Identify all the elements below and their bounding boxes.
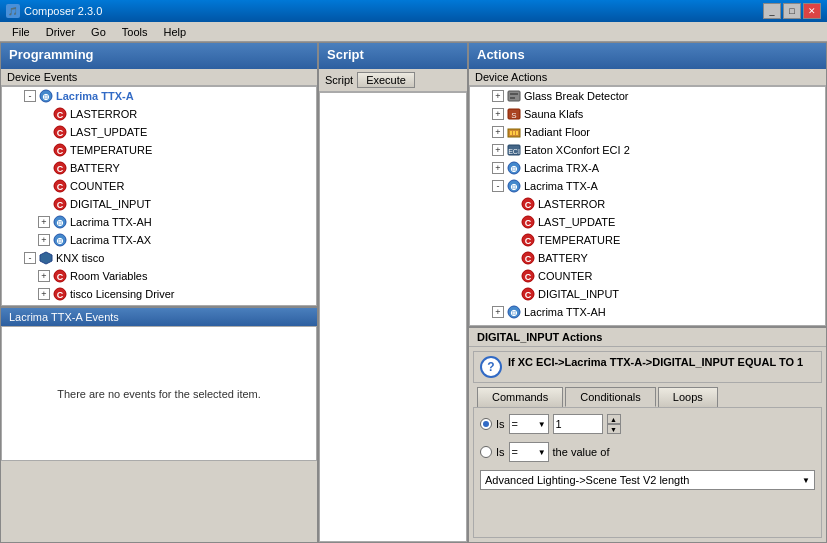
tab-conditionals[interactable]: Conditionals xyxy=(565,387,656,407)
action-tree-item-trx[interactable]: + ⊕ Lacrima TRX-A xyxy=(470,159,825,177)
action-tree-item-lasterror[interactable]: C LASTERROR xyxy=(470,195,825,213)
expand-icon-trx[interactable]: + xyxy=(492,162,504,174)
menu-file[interactable]: File xyxy=(4,24,38,40)
radio-is-2[interactable] xyxy=(480,446,492,458)
tree-item-battery[interactable]: C BATTERY xyxy=(2,159,316,177)
expand-icon-rooms[interactable]: + xyxy=(38,270,50,282)
expand-icon-licensing[interactable]: + xyxy=(38,288,50,300)
expand-icon-ax[interactable]: + xyxy=(38,234,50,246)
tree-item-ttx-ah[interactable]: + ⊕ Lacrima TTX-AH xyxy=(2,213,316,231)
expand-icon-radiant[interactable]: + xyxy=(492,126,504,138)
advanced-lighting-dropdown[interactable]: Advanced Lighting->Scene Test V2 length … xyxy=(480,470,815,490)
radio-is-1[interactable] xyxy=(480,418,492,430)
svg-rect-26 xyxy=(510,93,518,95)
action-tree-item-counter[interactable]: C COUNTER xyxy=(470,267,825,285)
value-dropdown-row: Advanced Lighting->Scene Test V2 length … xyxy=(480,470,815,490)
svg-text:C: C xyxy=(525,290,532,300)
device-icon-gb xyxy=(506,88,522,104)
script-panel: Script Script Execute xyxy=(319,43,469,542)
svg-text:C: C xyxy=(525,272,532,282)
tree-root-node[interactable]: - ⊕ Lacrima TTX-A xyxy=(2,87,316,105)
event-icon-lasterror: C xyxy=(52,106,68,122)
label-a-ttxah: Lacrima TTX-AH xyxy=(524,306,606,318)
event-icon-a-counter: C xyxy=(520,268,536,284)
tree-item-ttx-ax[interactable]: + ⊕ Lacrima TTX-AX xyxy=(2,231,316,249)
actions-tree-container[interactable]: + Glass Break Detector + S Sauna Klafs + xyxy=(469,86,826,326)
maximize-button[interactable]: □ xyxy=(783,3,801,19)
spin-up-1[interactable]: ▲ xyxy=(607,414,621,424)
action-tree-item-eaton[interactable]: + ECI Eaton XConfort ECI 2 xyxy=(470,141,825,159)
menu-help[interactable]: Help xyxy=(155,24,194,40)
script-area[interactable] xyxy=(319,92,467,542)
title-bar-controls[interactable]: _ □ ✕ xyxy=(763,3,821,19)
close-button[interactable]: ✕ xyxy=(803,3,821,19)
expand-icon-a-ttxah[interactable]: + xyxy=(492,306,504,318)
tree-item-rooms[interactable]: + C Room Variables xyxy=(2,267,316,285)
value-input-1[interactable] xyxy=(553,414,603,434)
svg-rect-33 xyxy=(516,131,518,135)
device-icon-a-ttxah: ⊕ xyxy=(506,304,522,320)
operator-dropdown-2[interactable]: = ▼ xyxy=(509,442,549,462)
spin-down-1[interactable]: ▼ xyxy=(607,424,621,434)
action-tree-item-temperature[interactable]: C TEMPERATURE xyxy=(470,231,825,249)
title-bar-left: 🎵 Composer 2.3.0 xyxy=(6,4,102,18)
expand-icon-sauna[interactable]: + xyxy=(492,108,504,120)
expand-icon-knx[interactable]: - xyxy=(24,252,36,264)
event-icon-a-temperature: C xyxy=(520,232,536,248)
tree-item-digitalinput[interactable]: C DIGITAL_INPUT xyxy=(2,195,316,213)
action-tree-item-lastupdate[interactable]: C LAST_UPDATE xyxy=(470,213,825,231)
expand-icon-ah[interactable]: + xyxy=(38,216,50,228)
svg-text:C: C xyxy=(57,110,64,120)
svg-text:C: C xyxy=(57,128,64,138)
value-dropdown-arrow: ▼ xyxy=(802,476,810,485)
dropdown-arrow-2: ▼ xyxy=(538,448,546,457)
svg-text:C: C xyxy=(525,218,532,228)
expand-icon-gb[interactable]: + xyxy=(492,90,504,102)
event-icon-a-lasterror: C xyxy=(520,196,536,212)
label-a-counter: COUNTER xyxy=(538,270,592,282)
tab-loops[interactable]: Loops xyxy=(658,387,718,407)
expand-icon-ttxa[interactable]: - xyxy=(492,180,504,192)
menu-tools[interactable]: Tools xyxy=(114,24,156,40)
expand-icon-eaton[interactable]: + xyxy=(492,144,504,156)
svg-text:⊕: ⊕ xyxy=(42,92,50,102)
label-a-lastupdate: LAST_UPDATE xyxy=(538,216,615,228)
tree-item-licensing[interactable]: + C tisco Licensing Driver xyxy=(2,285,316,303)
svg-text:C: C xyxy=(525,254,532,264)
tree-item-counter[interactable]: C COUNTER xyxy=(2,177,316,195)
label-ttx-ax: Lacrima TTX-AX xyxy=(70,234,151,246)
tree-item-temperature[interactable]: C TEMPERATURE xyxy=(2,141,316,159)
bottom-left-panel: Lacrima TTX-A Events There are no events… xyxy=(1,306,317,461)
menu-driver[interactable]: Driver xyxy=(38,24,83,40)
action-tree-item-digitalinput[interactable]: C DIGITAL_INPUT xyxy=(470,285,825,303)
svg-text:C: C xyxy=(57,164,64,174)
label-is-2: Is xyxy=(496,446,505,458)
event-icon-a-battery: C xyxy=(520,250,536,266)
tab-commands[interactable]: Commands xyxy=(477,387,563,407)
action-tree-item-ttxah[interactable]: + ⊕ Lacrima TTX-AH xyxy=(470,303,825,321)
svg-text:⊕: ⊕ xyxy=(56,218,64,228)
right-panel: Actions Device Actions + Glass Break Det… xyxy=(469,43,826,542)
spin-buttons-1[interactable]: ▲ ▼ xyxy=(607,414,621,434)
tree-item-knxip[interactable]: + C KNX IP Protocol Driver xyxy=(2,303,316,306)
main-container: Programming Device Events - ⊕ Lacrima TT… xyxy=(0,42,827,543)
action-tree-item-battery[interactable]: C BATTERY xyxy=(470,249,825,267)
left-tree-container[interactable]: - ⊕ Lacrima TTX-A C LASTERROR C LAST_UPD… xyxy=(1,86,317,306)
minimize-button[interactable]: _ xyxy=(763,3,781,19)
svg-rect-32 xyxy=(513,131,515,135)
dropdown-arrow-1: ▼ xyxy=(538,420,546,429)
expand-icon-root[interactable]: - xyxy=(24,90,36,102)
action-tree-item-ttxa[interactable]: - ⊕ Lacrima TTX-A xyxy=(470,177,825,195)
action-tree-item-gbdetector[interactable]: + Glass Break Detector xyxy=(470,87,825,105)
action-tree-item-radiant[interactable]: + Radiant Floor xyxy=(470,123,825,141)
svg-text:C: C xyxy=(57,290,64,300)
operator-dropdown-1[interactable]: = ▼ xyxy=(509,414,549,434)
tree-item-lastupdate[interactable]: C LAST_UPDATE xyxy=(2,123,316,141)
tree-item-lasterror[interactable]: C LASTERROR xyxy=(2,105,316,123)
execute-button[interactable]: Execute xyxy=(357,72,415,88)
question-icon: ? xyxy=(480,356,502,378)
tree-item-knx[interactable]: - KNX tisco xyxy=(2,249,316,267)
script-label: Script xyxy=(325,74,353,86)
menu-go[interactable]: Go xyxy=(83,24,114,40)
action-tree-item-sauna[interactable]: + S Sauna Klafs xyxy=(470,105,825,123)
